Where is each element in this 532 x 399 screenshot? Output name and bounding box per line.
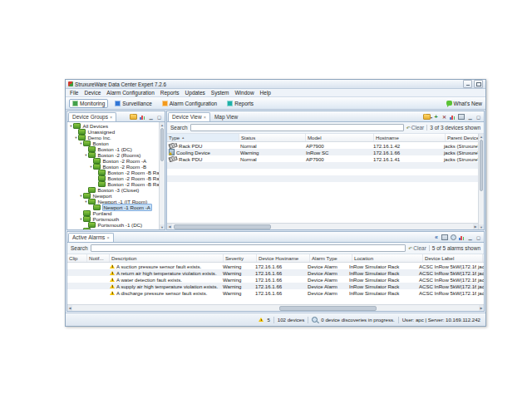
menu-system[interactable]: System [211, 90, 229, 96]
menu-alarm-configuration[interactable]: Alarm Configuration [106, 90, 154, 96]
table-icon[interactable] [441, 234, 448, 240]
minimize-view-icon[interactable]: ▁ [467, 114, 473, 120]
alarm-row[interactable]: A supply air high temperature violation … [67, 283, 484, 289]
tab-active-alarms[interactable]: Active Alarms × [68, 233, 114, 242]
table-row[interactable]: Rack PDUNormalAP7900172.16.1.41jacks (St… [167, 155, 478, 162]
column-header-description[interactable]: Description [110, 254, 224, 262]
column-header-clip[interactable]: Clip [67, 254, 87, 262]
device-horizontal-scrollbar[interactable]: ◀ ▶ [167, 223, 478, 229]
column-header-status[interactable]: Status [239, 134, 306, 141]
column-header-hostname[interactable]: Hostname [374, 134, 446, 141]
delete-device-icon[interactable]: ✕ [441, 114, 447, 120]
column-header-alarm-type[interactable]: Alarm Type [310, 254, 352, 262]
scroll-track[interactable] [479, 192, 484, 224]
tree-item-boston-2-room-b[interactable]: ▾Boston -2 Room -B [67, 164, 159, 170]
column-header-device-label[interactable]: Device Label [423, 254, 483, 262]
tree-item-newport[interactable]: ▾Newport [67, 193, 159, 199]
scroll-thumb[interactable] [480, 140, 483, 191]
maximize-view-icon[interactable]: ▢ [156, 114, 162, 120]
scroll-right-icon[interactable]: ▶ [479, 305, 484, 311]
scroll-thumb[interactable] [279, 306, 377, 311]
column-header-model[interactable]: Model [306, 134, 374, 141]
folder-dropdown-icon[interactable]: ▾ [423, 114, 431, 120]
tree-item-portland[interactable]: Portland [67, 210, 159, 216]
column-header-notif[interactable]: Notif... [87, 254, 110, 262]
tree-item-boston-2-rooms[interactable]: ▾Boston -2 (Rooms) [67, 152, 159, 158]
chart-icon[interactable] [140, 115, 145, 120]
tree-item-portsmouth[interactable]: ▾Portsmouth [67, 216, 159, 222]
table-row[interactable]: Rack PDUNormalAP7900172.16.1.42jacks (St… [167, 142, 478, 149]
alarm-row[interactable]: A discharge pressure sensor fault exists… [67, 289, 484, 296]
window-minimize-button[interactable] [463, 80, 472, 88]
minimize-view-icon[interactable]: ▁ [467, 234, 473, 240]
tree-item-boston-2-room-b-rack-3[interactable]: Boston -2 Room -B Rack -3 [67, 181, 159, 187]
tree-item-boston-2-room-b-rack-1[interactable]: Boston -2 Room -B Rack -1 [67, 170, 159, 175]
add-device-icon[interactable]: + [433, 114, 439, 120]
tab-device-groups[interactable]: Device Groups × [68, 112, 116, 121]
menu-reports[interactable]: Reports [160, 90, 180, 96]
menu-window[interactable]: Window [234, 90, 254, 96]
scroll-thumb[interactable] [174, 224, 271, 229]
tree-item-boston-3-closet[interactable]: Boston -3 (Closet) [67, 187, 159, 193]
maximize-view-icon[interactable]: ▢ [475, 114, 481, 120]
minimize-view-icon[interactable]: ▁ [148, 114, 154, 120]
perspective-surveillance[interactable]: Surveillance [111, 99, 155, 108]
scroll-thumb[interactable] [160, 128, 164, 161]
column-header-location[interactable]: Location [352, 254, 423, 262]
scroll-up-icon[interactable]: ▲ [479, 134, 484, 139]
scroll-up-icon[interactable]: ▲ [160, 122, 165, 127]
column-header-severity[interactable]: Severity [224, 254, 257, 262]
tree-vertical-scrollbar[interactable]: ▲ ▼ [159, 122, 165, 229]
column-header-parent-device[interactable]: Parent Device [483, 254, 484, 262]
close-icon[interactable]: × [106, 235, 109, 240]
table-row[interactable]: Cooling DeviceWarningInRow SC172.16.1.66… [167, 149, 478, 155]
tree-item-portsmouth-1-dc[interactable]: Portsmouth -1 (DC) [67, 222, 159, 228]
tree-item-boston-2-room-b-rack-2[interactable]: Boston -2 Room -B Rack -2 [67, 175, 159, 181]
scroll-right-icon[interactable]: ▶ [473, 224, 478, 229]
alarm-horizontal-scrollbar[interactable]: ◀ ▶ [67, 304, 484, 311]
tree-item-boston[interactable]: ▾Boston [67, 140, 159, 146]
scroll-down-icon[interactable]: ▼ [160, 224, 165, 229]
pin-icon[interactable] [451, 234, 456, 240]
close-icon[interactable]: × [110, 115, 112, 120]
menu-file[interactable]: File [70, 90, 78, 96]
perspective-alarm-configuration[interactable]: Alarm Configuration [159, 99, 220, 108]
new-group-folder-icon[interactable] [130, 114, 137, 120]
perspective-reports[interactable]: Reports [224, 99, 257, 108]
close-icon[interactable]: × [204, 115, 206, 120]
alarm-row[interactable]: A return air high temperature violation … [67, 269, 484, 276]
scroll-left-icon[interactable]: ◀ [167, 224, 172, 229]
tab-map-view[interactable]: Map View [210, 112, 242, 121]
maximize-view-icon[interactable]: ▢ [475, 234, 481, 240]
scroll-track[interactable] [160, 162, 165, 224]
device-vertical-scrollbar[interactable]: ▲ ▼ [478, 134, 484, 229]
alarm-row[interactable]: A suction pressure sensor fault exists.W… [67, 263, 484, 269]
tree-item-providence[interactable]: Providence [67, 228, 159, 229]
tree-item-unassigned[interactable]: Unassigned [67, 129, 159, 135]
perspective-monitoring[interactable]: Monitoring [69, 99, 108, 108]
menu-updates[interactable]: Updates [185, 90, 205, 96]
alarm-search-clear-button[interactable]: ↶ Clear [408, 245, 426, 251]
alarm-search-input[interactable] [91, 244, 406, 252]
tree-item-boston-2-room-a[interactable]: Boston -2 Room -A [67, 158, 159, 164]
tree-item-newport-1-room-a[interactable]: Newport -1 Room -A [67, 204, 159, 210]
window-maximize-button[interactable] [474, 80, 483, 88]
menu-device[interactable]: Device [84, 90, 101, 96]
tab-device-view[interactable]: Device View × [168, 112, 210, 121]
table-icon[interactable] [458, 114, 465, 120]
tree-item-boston-1-dc[interactable]: Boston -1 (DC) [67, 146, 159, 152]
column-header-type[interactable]: Type▲ [167, 134, 239, 141]
tree-item-demo-inc[interactable]: ▾Demo Inc. [67, 135, 159, 140]
tree-item-all-devices[interactable]: ▾All Devices [67, 123, 159, 129]
collapse-all-icon[interactable]: « [433, 234, 439, 240]
scroll-down-icon[interactable]: ▼ [479, 224, 484, 229]
chart-icon[interactable] [450, 115, 456, 120]
menu-help[interactable]: Help [260, 90, 271, 96]
whats-new-button[interactable]: What's New [446, 101, 482, 106]
device-search-clear-button[interactable]: ↶ Clear [406, 125, 425, 131]
alarm-row[interactable]: A water detection fault exists.Warning17… [67, 276, 484, 283]
device-search-input[interactable] [190, 124, 404, 131]
column-header-device-hostname[interactable]: Device Hostname [257, 254, 310, 262]
chart-icon[interactable] [459, 235, 465, 240]
scroll-left-icon[interactable]: ◀ [67, 305, 72, 311]
